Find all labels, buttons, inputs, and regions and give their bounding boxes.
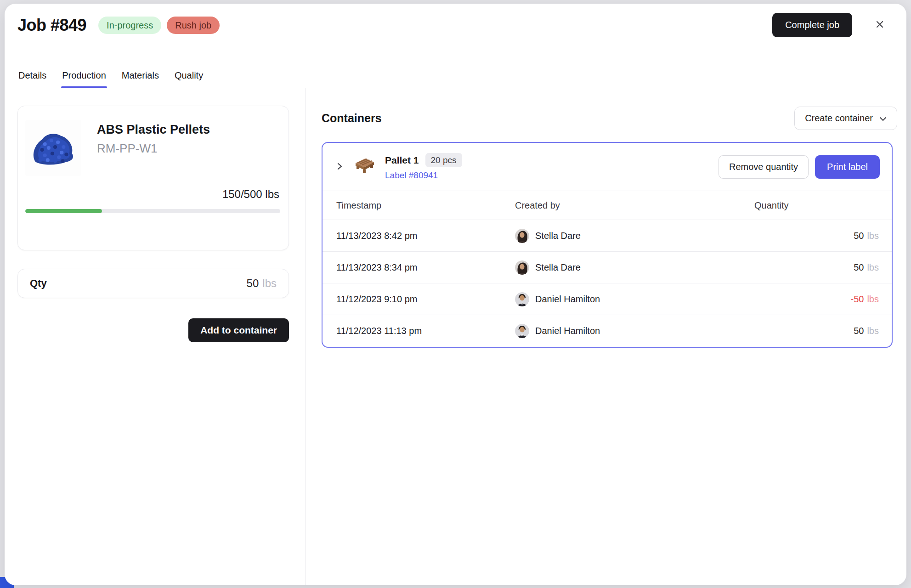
- column-header-created-by: Created by: [515, 191, 754, 220]
- row-created-by: Stella Dare: [535, 231, 581, 241]
- column-header-quantity: Quantity: [754, 191, 892, 220]
- tab-bar: Details Production Materials Quality: [17, 70, 204, 88]
- row-quantity: -50: [851, 294, 864, 304]
- avatar: [515, 260, 529, 275]
- row-quantity: 50: [854, 231, 864, 241]
- row-quantity-unit: lbs: [867, 326, 879, 336]
- column-header-timestamp: Timestamp: [323, 191, 515, 220]
- row-quantity: 50: [854, 262, 864, 272]
- containers-title: Containers: [322, 112, 382, 125]
- row-quantity: 50: [854, 326, 864, 336]
- material-name: ABS Plastic Pellets: [97, 123, 210, 137]
- chevron-down-icon: [879, 113, 887, 124]
- row-created-by: Stella Dare: [535, 262, 581, 273]
- table-row: 11/12/2023 9:10 pm Da: [323, 283, 892, 315]
- row-created-by: Daniel Hamilton: [535, 326, 600, 336]
- close-icon: [875, 20, 884, 30]
- avatar: [515, 292, 529, 306]
- qty-value: 50: [247, 277, 259, 290]
- tab-materials[interactable]: Materials: [121, 70, 160, 88]
- expand-container-button[interactable]: [332, 159, 347, 175]
- pallet-name: Pallet 1: [385, 155, 419, 166]
- create-container-label: Create container: [805, 113, 873, 124]
- create-container-button[interactable]: Create container: [794, 107, 897, 130]
- job-modal: Job #849 In-progress Rush job Complete j…: [5, 4, 906, 585]
- rush-badge: Rush job: [167, 17, 220, 34]
- quantity-input[interactable]: Qty 50 lbs: [17, 269, 289, 298]
- row-timestamp: 11/12/2023 11:13 pm: [323, 315, 515, 347]
- remove-quantity-button[interactable]: Remove quantity: [719, 155, 809, 179]
- qty-unit: lbs: [262, 277, 277, 290]
- avatar: [515, 229, 529, 243]
- avatar: [515, 324, 529, 338]
- row-timestamp: 11/12/2023 9:10 pm: [323, 283, 515, 315]
- tab-production[interactable]: Production: [61, 70, 107, 88]
- production-pane: ABS Plastic Pellets RM-PP-W1 150/500 lbs…: [5, 88, 306, 585]
- row-quantity-unit: lbs: [867, 231, 879, 241]
- row-timestamp: 11/13/2023 8:42 pm: [323, 220, 515, 252]
- pallet-label-link[interactable]: Label #80941: [385, 170, 462, 181]
- progress-label: 150/500 lbs: [25, 188, 280, 201]
- status-badge: In-progress: [98, 17, 161, 34]
- row-created-by: Daniel Hamilton: [535, 294, 600, 305]
- tab-quality[interactable]: Quality: [174, 70, 204, 88]
- row-quantity-unit: lbs: [867, 262, 879, 272]
- material-image: [25, 120, 81, 176]
- tab-details[interactable]: Details: [17, 70, 47, 88]
- progress-bar-fill: [25, 209, 102, 213]
- complete-job-button[interactable]: Complete job: [772, 13, 852, 37]
- table-row: 11/12/2023 11:13 pm D: [323, 315, 892, 347]
- pallet-icon: [353, 155, 376, 178]
- table-row: 11/13/2023 8:42 pm Stella Dare: [323, 220, 892, 252]
- chevron-right-icon: [335, 162, 344, 172]
- pallet-pcs-badge: 20 pcs: [425, 153, 462, 167]
- table-row: 11/13/2023 8:34 pm Stella Dare: [323, 252, 892, 283]
- qty-label: Qty: [30, 277, 47, 289]
- material-card: ABS Plastic Pellets RM-PP-W1 150/500 lbs: [17, 106, 289, 250]
- container-card-pallet-1: Pallet 1 20 pcs Label #80941 Remove quan…: [322, 142, 893, 348]
- progress-bar: [25, 209, 280, 213]
- material-sku: RM-PP-W1: [97, 141, 210, 156]
- modal-header: Job #849 In-progress Rush job Complete j…: [5, 4, 906, 88]
- page-title: Job #849: [17, 16, 86, 35]
- close-button[interactable]: [871, 17, 888, 34]
- container-log-table: Timestamp Created by Quantity 11/13/2023…: [323, 191, 892, 347]
- containers-pane: Containers Create container: [306, 88, 906, 585]
- print-label-button[interactable]: Print label: [815, 155, 880, 179]
- row-quantity-unit: lbs: [867, 294, 879, 304]
- row-timestamp: 11/13/2023 8:34 pm: [323, 252, 515, 283]
- add-to-container-button[interactable]: Add to container: [188, 318, 289, 342]
